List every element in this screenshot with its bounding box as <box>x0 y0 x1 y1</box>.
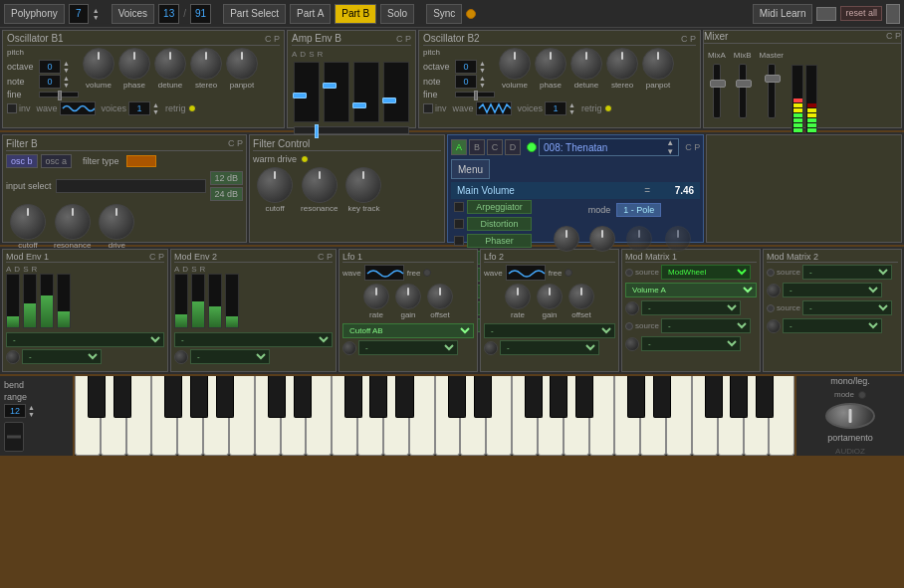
voices-button[interactable]: Voices <box>112 4 154 24</box>
mm2-source2-select[interactable]: - <box>802 300 892 315</box>
lfo2-wave[interactable] <box>506 265 546 281</box>
osc-b-tab[interactable]: osc b <box>6 154 38 168</box>
mod-env2-amount[interactable] <box>174 350 188 364</box>
osc-b1-volume-knob[interactable] <box>83 48 114 80</box>
lfo1-wave[interactable] <box>364 265 404 281</box>
midi-learn-button[interactable]: Midi Learn <box>753 4 813 24</box>
filter-b-cutoff-knob[interactable] <box>10 204 46 240</box>
osc-b2-wave-display[interactable] <box>476 101 512 115</box>
lfo2-gain-knob[interactable] <box>537 284 563 309</box>
amp-env-attack-fader[interactable] <box>294 62 320 122</box>
mod-env2-decay[interactable] <box>191 274 205 328</box>
osc-b1-panpot-knob[interactable] <box>226 48 258 80</box>
osc-b1-retrig-led[interactable] <box>188 104 196 112</box>
mm1-amount1[interactable] <box>625 301 639 315</box>
filter-ctrl-resonance-knob[interactable] <box>302 167 338 203</box>
preset-nav-spinner[interactable]: ▲ ▼ <box>666 138 674 156</box>
mm2-amount1[interactable] <box>767 284 781 297</box>
black-key-gs5[interactable] <box>550 376 567 418</box>
osc-b1-phase-knob[interactable] <box>118 48 150 80</box>
mm1-source2-select[interactable]: - <box>661 318 751 333</box>
note-b2-spinner[interactable]: ▲ ▼ <box>479 75 486 89</box>
eq-treblerfreq-knob[interactable] <box>665 226 691 252</box>
octave-spinner[interactable]: ▲ ▼ <box>63 60 70 74</box>
black-key-as6[interactable] <box>756 376 774 418</box>
sync-button[interactable]: Sync <box>426 4 462 24</box>
mod-env1-release[interactable] <box>57 274 71 328</box>
lfo1-free-led[interactable] <box>423 269 431 277</box>
lfo2-dest2[interactable]: - <box>500 340 599 355</box>
mod-env1-dest2[interactable]: - <box>22 349 102 364</box>
mod-env2-sustain[interactable] <box>208 274 222 328</box>
mm2-source1-led[interactable] <box>767 269 775 277</box>
black-key-gs3[interactable] <box>190 376 208 418</box>
tab-d[interactable]: D <box>505 139 521 155</box>
mod-env1-decay[interactable] <box>23 274 37 328</box>
amp-env-decay-fader[interactable] <box>324 62 349 122</box>
black-key-cs3[interactable] <box>88 376 106 418</box>
arp-check[interactable] <box>454 202 464 212</box>
mm1-dest1b[interactable]: - <box>641 300 741 315</box>
octave-b2-spinner[interactable]: ▲ ▼ <box>479 60 486 74</box>
lfo2-dest[interactable]: - <box>484 323 615 338</box>
black-key-ds6[interactable] <box>653 376 671 418</box>
warm-drive-led[interactable] <box>301 155 309 163</box>
mod-env1-attack[interactable] <box>6 274 20 328</box>
lfo1-dest2[interactable]: - <box>358 340 458 355</box>
lfo1-dest[interactable]: Cutoff AB <box>342 323 474 338</box>
eq-bass-knob[interactable] <box>554 226 579 252</box>
mm2-source1-select[interactable]: - <box>802 265 892 280</box>
black-key-as4[interactable] <box>395 376 413 418</box>
lfo2-free-led[interactable] <box>565 269 572 277</box>
polyphony-button[interactable]: Polyphony <box>4 4 65 24</box>
note-spinner[interactable]: ▲ ▼ <box>63 75 70 89</box>
part-b-button[interactable]: Part B <box>335 4 376 24</box>
black-key-cs5[interactable] <box>448 376 466 418</box>
mm1-dest2[interactable]: - <box>641 336 741 351</box>
black-key-fs3[interactable] <box>164 376 182 418</box>
part-a-button[interactable]: Part A <box>290 4 331 24</box>
phaser-button[interactable]: Phaser <box>467 234 532 248</box>
mod-env2-dest2[interactable]: - <box>190 349 270 364</box>
lfo1-amount[interactable] <box>342 341 356 355</box>
menu-button[interactable]: Menu <box>451 159 490 179</box>
lfo1-rate-knob[interactable] <box>363 284 389 309</box>
osc-b1-detune-knob[interactable] <box>154 48 186 80</box>
mm2-amount2[interactable] <box>767 319 781 333</box>
osc-b2-phase-knob[interactable] <box>535 48 566 80</box>
lfo1-offset-knob[interactable] <box>427 284 453 309</box>
mm2-source2-led[interactable] <box>767 304 775 312</box>
osc-a-tab[interactable]: osc a <box>41 154 73 168</box>
black-key-gs6[interactable] <box>730 376 748 418</box>
solo-button[interactable]: Solo <box>380 4 414 24</box>
osc-b2-inv-check[interactable] <box>423 103 433 113</box>
black-key-fs5[interactable] <box>525 376 543 418</box>
osc-b2-volume-knob[interactable] <box>499 48 531 80</box>
osc-b1-inv-check[interactable] <box>7 103 17 113</box>
master-fader[interactable] <box>768 64 776 118</box>
black-key-as3[interactable] <box>216 376 234 418</box>
mod-env1-dest[interactable]: - <box>6 332 164 347</box>
black-key-as5[interactable] <box>575 376 593 418</box>
part-select-button[interactable]: Part Select <box>223 4 286 24</box>
osc-b2-retrig-led[interactable] <box>604 104 612 112</box>
black-key-fs4[interactable] <box>344 376 362 418</box>
osc-b2-stereo-knob[interactable] <box>606 48 638 80</box>
bend-wheel[interactable] <box>4 422 24 452</box>
dist-button[interactable]: Distortion <box>467 217 532 231</box>
mod-env1-amount[interactable] <box>6 350 20 364</box>
mm1-source1-select[interactable]: ModWheel <box>661 265 751 280</box>
mix-b-fader[interactable] <box>739 64 747 118</box>
black-key-gs4[interactable] <box>369 376 387 418</box>
osc-b2-fine-slider[interactable] <box>455 92 495 98</box>
black-key-ds5[interactable] <box>474 376 492 418</box>
osc-b2-panpot-knob[interactable] <box>642 48 674 80</box>
amp-env-sustain-fader[interactable] <box>353 62 379 122</box>
mm2-dest2[interactable]: - <box>783 318 882 333</box>
lfo2-amount[interactable] <box>484 341 498 355</box>
mod-env2-dest[interactable]: - <box>174 332 333 347</box>
voices-b2-spinner[interactable]: ▲ ▼ <box>568 101 575 115</box>
filter-ctrl-cutoff-knob[interactable] <box>257 167 293 203</box>
osc-b1-wave-display[interactable] <box>60 101 96 115</box>
mm1-dest1-select[interactable]: Volume A <box>625 283 757 297</box>
